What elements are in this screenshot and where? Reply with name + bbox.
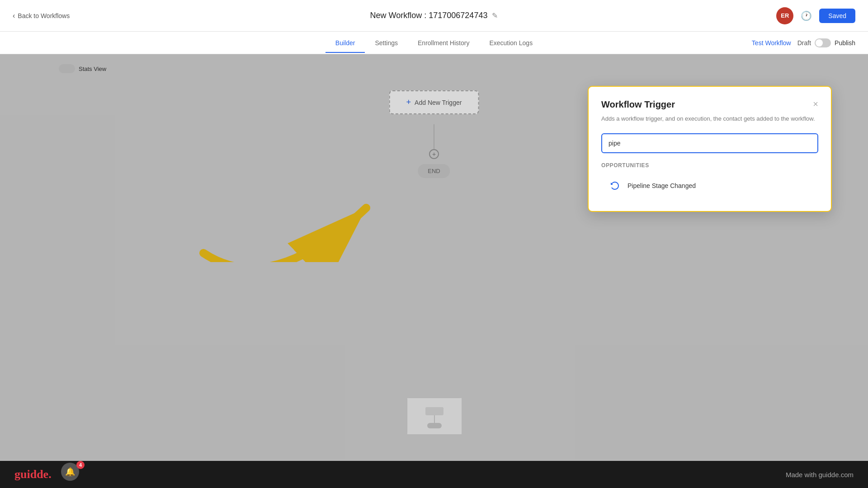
draft-label: Draft (797, 39, 811, 47)
back-to-workflows-link[interactable]: ‹ Back to Workflows (13, 12, 70, 20)
tab-builder[interactable]: Builder (326, 33, 365, 53)
pipeline-stage-changed-icon (608, 178, 622, 193)
nav-tabs: Builder Settings Enrollment History Exec… (0, 32, 868, 54)
saved-button[interactable]: Saved (819, 9, 855, 23)
footer: guidde. Made with guidde.com (0, 461, 868, 488)
modal-close-button[interactable]: × (813, 99, 818, 108)
tab-enrollment-history[interactable]: Enrollment History (408, 33, 479, 53)
modal-title: Workflow Trigger (601, 99, 675, 110)
back-arrow-icon: ‹ (13, 12, 15, 20)
tab-execution-logs[interactable]: Execution Logs (479, 33, 542, 53)
made-with-text: Made with guidde.com (786, 471, 854, 479)
modal-overlay: Workflow Trigger × Adds a workflow trigg… (0, 54, 868, 461)
edit-title-icon[interactable]: ✎ (492, 11, 498, 20)
draft-toggle-area: Draft Publish (797, 38, 855, 47)
tab-settings[interactable]: Settings (365, 33, 408, 53)
back-link-label: Back to Workflows (18, 12, 70, 19)
avatar: ER (776, 7, 793, 24)
canvas-area: Stats View + Add New Trigger + END (0, 54, 868, 461)
guidde-logo-text: guidde. (14, 468, 52, 481)
draft-publish-toggle[interactable] (815, 38, 831, 47)
pipeline-stage-changed-label: Pipeline Stage Changed (627, 182, 696, 189)
header: ‹ Back to Workflows New Workflow : 17170… (0, 0, 868, 32)
publish-label: Publish (835, 39, 855, 47)
nav-tabs-right: Test Workflow Draft Publish (752, 38, 855, 47)
modal-section-label: Opportunities (601, 162, 818, 169)
header-title: New Workflow : 1717006724743 ✎ (370, 11, 498, 20)
app-container: ‹ Back to Workflows New Workflow : 17170… (0, 0, 868, 488)
pipeline-stage-changed-option[interactable]: Pipeline Stage Changed (601, 173, 818, 198)
history-icon[interactable]: 🕐 (801, 10, 812, 21)
trigger-search-input[interactable] (601, 133, 818, 153)
trigger-modal: Workflow Trigger × Adds a workflow trigg… (588, 86, 832, 212)
workflow-title-text: New Workflow : 1717006724743 (370, 11, 488, 20)
notification-count: 4 (76, 461, 85, 469)
header-right: ER 🕐 Saved (776, 7, 855, 24)
modal-description: Adds a workflow trigger, and on executio… (601, 114, 818, 123)
modal-header: Workflow Trigger × (601, 99, 818, 110)
notification-badge-container: 🔔 4 (61, 463, 83, 484)
test-workflow-button[interactable]: Test Workflow (752, 39, 791, 47)
nav-tabs-left: Builder Settings Enrollment History Exec… (13, 33, 855, 53)
guidde-logo: guidde. (14, 468, 52, 481)
